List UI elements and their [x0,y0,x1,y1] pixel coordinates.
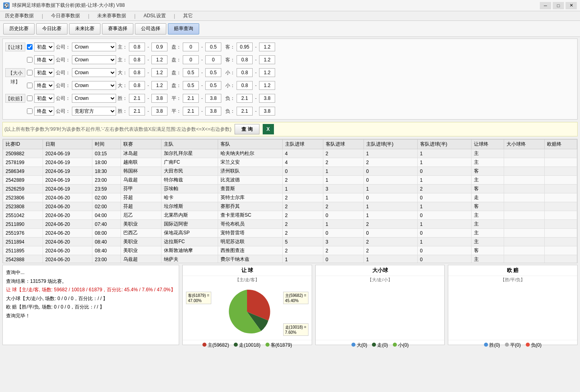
ranqiu-r1-pan1[interactable] [183,43,199,51]
table-row[interactable]: 25863492024-06-1918:30韩国杯大田市民济州联队0100客 [3,167,577,176]
ranqiu-row2-checkbox[interactable] [27,57,33,63]
table-cell: 查卡里塔斯SC [218,211,282,220]
dx-r1-da2[interactable] [151,68,167,77]
dx-r1-da1[interactable] [129,68,145,77]
op-r1-sheng2[interactable] [151,94,167,103]
daxiaoqiu-row2-company[interactable]: Crown [72,81,116,90]
table-cell: 2511894 [3,238,43,246]
op-r2-sheng1[interactable] [129,107,145,116]
ranqiu-row2-type[interactable]: 终盘初盘 [34,55,54,64]
table-cell [504,220,544,229]
ranqiu-r2-main2[interactable] [151,55,167,64]
dx-r1-xiao2[interactable] [259,68,275,77]
table-row[interactable]: 25428882024-06-2023:00乌兹超纳萨夫费尔干纳木兹1010主 [3,255,577,264]
op-r2-sheng2[interactable] [151,107,167,116]
oupei-row1-type[interactable]: 初盘终盘 [34,94,54,103]
op-r1-fu1[interactable] [237,94,253,103]
table-cell: 休斯敦迪纳摩 [161,246,218,255]
ranqiu-r1-main1[interactable] [129,43,145,51]
op-r2-fu1[interactable] [237,107,253,116]
daxiaoqiu-row1-type[interactable]: 初盘终盘 [34,68,54,77]
table-row[interactable]: 25428892024-06-1923:00乌兹超特尔梅兹比克波德2101主 [3,176,577,185]
ranqiu-row2-company[interactable]: Crown [72,55,116,64]
menu-future[interactable]: 未来赛事数据 [96,12,128,20]
match-select-button[interactable]: 赛事选择 [102,23,133,35]
ranqiu-r2-pan2[interactable] [205,55,221,64]
daxiaoqiu-row1-company[interactable]: Crown [72,68,116,77]
dx-r1-pan1[interactable] [183,68,199,77]
oupei-row1-company[interactable]: Crown [72,94,116,103]
dx-r1-pan2[interactable] [205,68,221,77]
table-row[interactable]: 25098822024-06-1903:15冰岛超加尔扎拜尔星哈夫纳夫约杜尔42… [3,149,577,158]
title-bar-left: ⚽ 球探网足球赔率数据下载分析(欧赔-让球-大小球) V88 [3,2,125,9]
ranqiu-r1-ke2[interactable] [259,43,275,51]
table-cell: 2024-06-19 [43,167,92,176]
table-cell: 2024-06-19 [43,185,92,193]
table-row[interactable]: 25519762024-06-2008:00巴西乙保地花高SP宠特普雷塔2000… [3,229,577,238]
table-cell: 2024-06-20 [43,255,92,264]
ranqiu-r2-ke1[interactable] [237,55,253,64]
table-row[interactable]: 25238062024-06-2002:00芬超哈卡英特士尔库2100走 [3,193,577,202]
dx-r2-da2[interactable] [151,81,167,90]
daxiaoqiu-row2-type[interactable]: 终盘初盘 [34,81,54,90]
dx-r2-pan1[interactable] [183,81,199,90]
ranqiu-row1-type[interactable]: 初盘终盘 [34,43,54,51]
query-button[interactable]: 查 询 [235,124,259,134]
company-select-button[interactable]: 公司选择 [135,23,166,35]
ranqiu-r2-ke2[interactable] [259,55,275,64]
op-r2-ping2[interactable] [205,107,221,116]
op-r1-sheng1[interactable] [129,94,145,103]
menu-adsl[interactable]: ADSL设置 [142,12,167,20]
ranqiu-r1-ke1[interactable] [237,43,253,51]
oupei-legend-ping: 平(0) [505,342,521,349]
table-row[interactable]: 25118902024-06-2007:40美职业国际迈阿密哥伦布机员2121主 [3,220,577,229]
menu-history[interactable]: 历史赛事数据 [3,12,35,20]
maximize-button[interactable]: □ [553,2,564,9]
col-daxiaoqiu-final: 大小球终 [504,140,544,149]
dx-r2-xiao1[interactable] [237,81,253,90]
excel-button[interactable]: X [263,124,274,134]
table-cell: 0 [364,193,417,202]
company-label1: 公司： [56,44,70,51]
oupei-row2-checkbox[interactable] [27,108,33,114]
dx-r1-xiao1[interactable] [237,68,253,77]
table-row[interactable]: 25118942024-06-2008:40美职业达拉斯FC明尼苏达联5321主 [3,238,577,246]
menu-today[interactable]: 今日赛事数据 [49,12,82,20]
ranqiu-row1-checkbox[interactable] [27,44,33,50]
oupei-row2-type[interactable]: 终盘初盘 [34,107,54,116]
op-r1-ping2[interactable] [205,94,221,103]
oupei-row1-checkbox[interactable] [27,95,33,101]
ranqiu-r2-pan1[interactable] [183,55,199,64]
op-r2-ping1[interactable] [183,107,199,116]
future-match-button[interactable]: 未来比赛 [69,23,100,35]
dx-r2-xiao2[interactable] [259,81,275,90]
dx-r2-da1[interactable] [129,81,145,90]
odds-query-button[interactable]: 赔率查询 [168,23,199,35]
ranqiu-r1-pan2[interactable] [205,43,221,51]
data-table: 比赛ID 日期 时间 联赛 主队 客队 主队进球 客队进球 主队进球(半) 客队… [3,139,577,263]
daxiaoqiu-row2-checkbox[interactable] [27,83,33,88]
table-row[interactable]: 25238082024-06-2002:00芬超垃尔维斯赛那乔其2211客 [3,202,577,211]
table-row[interactable]: 25510422024-06-2004:00厄乙北莱昂内斯查卡里塔斯SC2010… [3,211,577,220]
data-table-container[interactable]: 比赛ID 日期 时间 联赛 主队 客队 主队进球 客队进球 主队进球(半) 客队… [2,139,578,263]
table-cell: 2526259 [3,185,43,193]
table-row[interactable]: 25262592024-06-1923:59芬甲莎埃帕查普斯1312客 [3,185,577,193]
close-button[interactable]: ✕ [566,2,577,9]
ranqiu-r1-main2[interactable] [151,43,167,51]
history-match-button[interactable]: 历史比赛 [3,23,35,35]
op-r2-fu2[interactable] [259,107,275,116]
daxiaoqiu-row1-checkbox[interactable] [27,70,33,75]
ranqiu-legend-zhu: 主(59682) [202,342,229,349]
today-match-button[interactable]: 今日比赛 [36,23,67,35]
minimize-button[interactable]: ─ [540,2,551,9]
oupei-row2-company[interactable]: 竞彩官方 [72,107,116,116]
menu-other[interactable]: 其它 [182,12,194,20]
ranqiu-r2-main1[interactable] [129,55,145,64]
dx-r2-pan2[interactable] [205,81,221,90]
table-row[interactable]: 25118952024-06-2008:40美职业休斯敦迪纳摩西推图查连2220… [3,246,577,255]
op-r1-ping1[interactable] [183,94,199,103]
table-row[interactable]: 25781992024-06-1918:00越南联广南FC宋兰义安4221主 [3,158,577,167]
ranqiu-row1-company[interactable]: Crown [72,43,116,51]
table-cell: 2 [282,246,323,255]
op-r1-fu2[interactable] [259,94,275,103]
